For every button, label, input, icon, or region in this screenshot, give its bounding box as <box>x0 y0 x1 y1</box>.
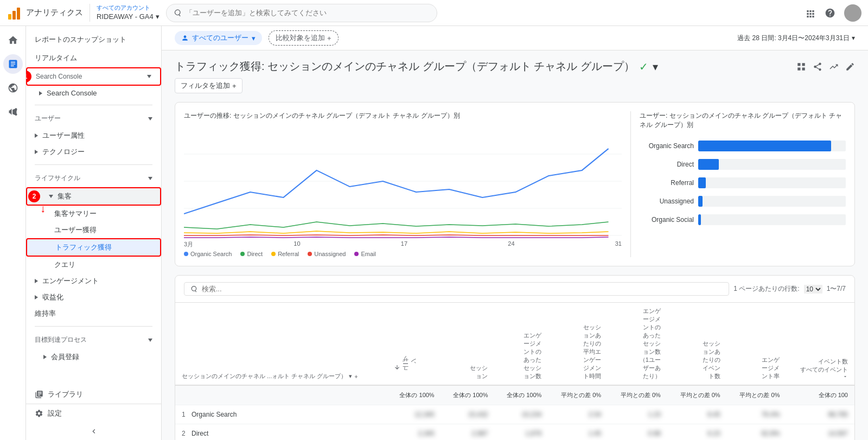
collapse-icon <box>90 427 98 436</box>
sidebar-engagement[interactable]: エンゲージメント <box>26 273 161 289</box>
add-comparison-chip[interactable]: 比較対象を追加 + <box>269 30 339 46</box>
bar-label-referral: Referral <box>640 179 694 187</box>
bar-chart: Organic Search Direct Refe <box>640 136 846 229</box>
bar-row-organic: Organic Search <box>640 141 846 151</box>
th-sessions[interactable]: セッション <box>441 303 495 385</box>
th-engaged-per-user[interactable]: エンゲージメントのあったセッション数（1ユーザーあたり） <box>608 303 667 385</box>
sidebar-content: レポートのスナップショット リアルタイム 1 Search Console Se… <box>26 26 161 385</box>
date-range-text: 過去 28 日間: 3月4日〜2024年3月31日 <box>737 34 850 43</box>
sidebar-item-snapshot[interactable]: レポートのスナップショット <box>26 30 157 49</box>
row-2-num-channel: 2 Direct <box>175 424 387 441</box>
users-chip-label: すべてのユーザー <box>192 33 248 43</box>
nav-advertising-btn[interactable] <box>3 102 23 122</box>
table-search[interactable] <box>184 282 729 296</box>
th-avg-engagement[interactable]: セッションあたりの平均エンゲージメント時間 <box>548 303 608 385</box>
add-chip-label: 比較対象を追加 <box>276 33 325 43</box>
bar-row-unassigned: Unassigned <box>640 196 846 207</box>
chevron-user-icon <box>148 117 152 120</box>
sidebar-user-attributes[interactable]: ユーザー属性 <box>26 127 161 144</box>
line-chart-section: ユーザーの推移: セッションのメインのチャネル グループ（デフォルト チャネル … <box>184 111 622 257</box>
chevron-lifecycle-icon <box>148 177 152 180</box>
account-selector[interactable]: すべてのアカウント RIDEAWAY - GA4 ▾ <box>90 4 159 22</box>
sidebar-retention[interactable]: 維持率 <box>26 305 161 322</box>
pagination-info: 1 ページあたりの行数: 10 25 50 1〜7/7 <box>733 284 846 294</box>
lifecycle-section-header[interactable]: ライフサイクル <box>26 169 161 187</box>
apps-icon[interactable] <box>805 8 816 18</box>
add-filter-btn[interactable]: フィルタを追加 + <box>175 78 242 93</box>
row-1-users: 12,345 <box>387 405 441 424</box>
th-engagement-rate[interactable]: エンゲージメント率 <box>727 303 787 385</box>
th-channel[interactable]: セッションのメインのチャネル ...ォルト チャネル グループ） ▾ + <box>175 303 387 385</box>
legend-dot-referral <box>271 252 276 256</box>
help-icon[interactable] <box>825 8 835 18</box>
row-1-events: 8.45 <box>667 405 727 424</box>
share-icon[interactable] <box>813 62 822 72</box>
table-search-input[interactable] <box>202 285 724 293</box>
tri-down-icon <box>49 195 53 198</box>
legend-direct: Direct <box>240 251 263 257</box>
grid-view-icon[interactable] <box>796 62 806 72</box>
row-2-engaged: 1,876 <box>494 424 548 441</box>
sub-header-users: 全体の 100% <box>387 385 441 405</box>
bar-track-social <box>698 214 846 225</box>
bar-track-organic <box>698 141 846 151</box>
th-events-per-session[interactable]: セッションあたりのイベント数 <box>667 303 727 385</box>
rows-per-page-select[interactable]: 10 25 50 <box>804 285 822 294</box>
main-layout: レポートのスナップショット リアルタイム 1 Search Console Se… <box>0 26 868 440</box>
nav-reports-btn[interactable] <box>3 54 23 74</box>
reports-icon <box>8 59 18 69</box>
advertising-icon <box>8 106 18 117</box>
revenue-label: 収益化 <box>42 292 63 302</box>
edit-icon[interactable] <box>845 62 855 72</box>
search-console-sub-item[interactable]: Search Console <box>26 86 161 100</box>
bar-track-direct <box>698 159 846 170</box>
engagement-label: エンゲージメント <box>42 276 99 286</box>
svg-rect-1 <box>12 11 16 20</box>
row-1-num-channel: 1 Organic Search <box>175 405 387 424</box>
search-console-header[interactable]: Search Console <box>26 67 161 86</box>
th-users[interactable]: ユーザン <box>387 303 441 385</box>
th-engaged-sessions[interactable]: エンゲージメントのあったセッション数 <box>494 303 548 385</box>
date-range-selector[interactable]: 過去 28 日間: 3月4日〜2024年3月31日 ▾ <box>737 34 855 43</box>
svg-rect-0 <box>8 14 11 20</box>
sub-header-sessions: 全体の 100% <box>441 385 495 405</box>
user-section-label: ユーザー <box>35 114 61 123</box>
row-2-users: 2,345 <box>387 424 441 441</box>
library-icon <box>35 390 43 399</box>
search-input[interactable] <box>186 9 430 17</box>
table-section: 1 ページあたりの行数: 10 25 50 1〜7/7 <box>175 275 855 440</box>
goal-label: 目標到達プロセス <box>35 335 87 345</box>
tri-icon <box>35 295 38 299</box>
user-avatar[interactable] <box>844 4 861 22</box>
sub-header-event-count: 全体の 100 <box>786 385 854 405</box>
charts-row: ユーザーの推移: セッションのメインのチャネル グループ（デフォルト チャネル … <box>175 102 855 266</box>
user-section-header[interactable]: ユーザー <box>26 110 161 127</box>
users-chip[interactable]: すべてのユーザー ▾ <box>175 31 262 45</box>
shukaku-label: 集客 <box>58 192 72 201</box>
sidebar-settings[interactable]: 設定 <box>26 404 161 423</box>
dropdown-icon[interactable] <box>843 374 848 379</box>
sidebar-query[interactable]: クエリ <box>26 257 161 273</box>
trending-icon[interactable] <box>829 62 839 72</box>
sidebar-library[interactable]: ライブラリ <box>26 385 161 404</box>
sidebar-traffic-acquisition[interactable]: トラフィック獲得 <box>26 238 161 257</box>
x-axis-labels: 3月 10 17 24 31 <box>184 240 622 248</box>
shukaku-item[interactable]: 集客 <box>26 187 161 206</box>
sub-header-eng-rate: 平均との差 0% <box>727 385 787 405</box>
sidebar-user-acquisition[interactable]: ユーザー獲得 <box>26 222 161 238</box>
sidebar-item-realtime[interactable]: リアルタイム <box>26 49 157 67</box>
nav-home-btn[interactable] <box>3 30 23 50</box>
topbar-right <box>805 4 861 22</box>
sidebar-shukaku-summary[interactable]: 集客サマリー <box>26 206 161 222</box>
collapse-sidebar-btn[interactable] <box>26 423 161 440</box>
sidebar-revenue[interactable]: 収益化 <box>26 289 161 305</box>
th-event-count[interactable]: イベント数すべてのイベント <box>786 303 854 385</box>
sidebar-technology[interactable]: テクノロジー <box>26 144 161 160</box>
sub-header-engaged: 全体の 100% <box>494 385 548 405</box>
nav-explore-btn[interactable] <box>3 78 23 98</box>
sidebar-divider-1 <box>35 105 152 105</box>
goal-section-header[interactable]: 目標到達プロセス <box>26 331 161 349</box>
sidebar-registration[interactable]: 会員登録 <box>26 349 161 365</box>
tri-icon <box>35 150 38 154</box>
global-search-bar[interactable] <box>166 4 437 22</box>
